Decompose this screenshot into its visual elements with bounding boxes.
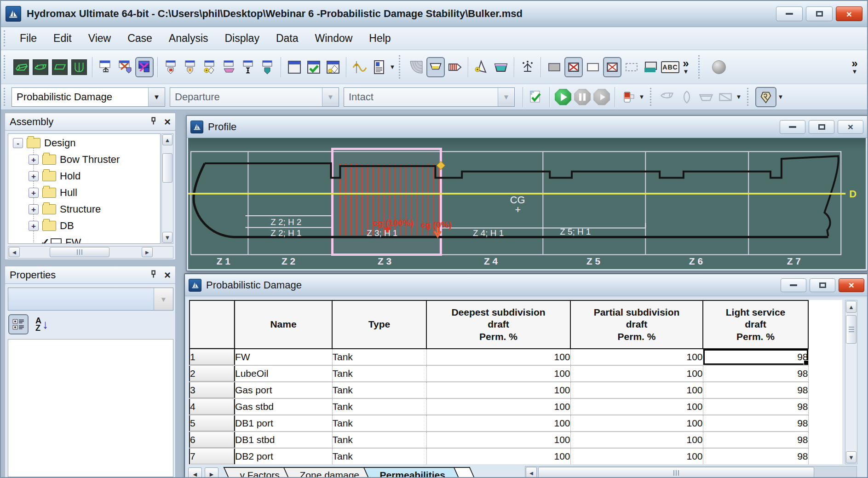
loadcase-flask-icon[interactable] — [181, 57, 200, 77]
tree-item-hull[interactable]: + Hull — [29, 184, 77, 201]
damage-close-button[interactable]: × — [839, 278, 864, 292]
dashed-selection-icon[interactable] — [622, 57, 641, 77]
tab-permeabilities[interactable]: Permeabilities — [363, 467, 461, 478]
assembly-hscrollbar[interactable]: ◄ ► — [8, 246, 173, 259]
scroll-thumb[interactable] — [162, 153, 172, 183]
table-vscrollbar[interactable]: ▲ ▼ — [845, 300, 857, 464]
menu-window[interactable]: Window — [307, 29, 361, 47]
profile-restore-button[interactable] — [809, 120, 834, 134]
minimize-button[interactable] — [776, 6, 803, 21]
window-cross-shield-icon[interactable] — [116, 57, 134, 77]
alphabetical-sort-icon[interactable]: AZ ↓ — [35, 317, 48, 332]
col-header-name[interactable]: Name — [235, 300, 332, 349]
view-plan-icon[interactable] — [51, 57, 69, 77]
blank-window-icon[interactable] — [285, 57, 304, 77]
expand-icon[interactable]: + — [29, 204, 39, 214]
loadcase-tank-icon[interactable] — [220, 57, 238, 77]
damage-restore-button[interactable] — [810, 278, 835, 292]
damage-minimize-button[interactable] — [781, 278, 806, 292]
loadcase-combo[interactable]: Departure ▼ — [170, 87, 339, 107]
view-profile-icon[interactable] — [31, 57, 50, 77]
maximize-button[interactable] — [806, 6, 833, 21]
scroll-up-icon[interactable]: ▲ — [162, 134, 172, 145]
checkmark-icon[interactable]: ✓ — [40, 236, 50, 244]
tree-item-structure[interactable]: + Structure — [29, 201, 101, 218]
toolbar-overflow-icon[interactable]: » — [849, 59, 861, 68]
outline-box-icon[interactable] — [584, 57, 602, 77]
selected-cell[interactable]: 98 — [703, 349, 808, 365]
combo-arrow-icon[interactable]: ▼ — [322, 88, 339, 106]
loadcase-hourglass-icon[interactable] — [239, 57, 258, 77]
pause-analysis-icon[interactable] — [573, 87, 592, 107]
properties-grid[interactable] — [8, 339, 173, 477]
menu-edit[interactable]: Edit — [45, 29, 80, 47]
reportlog-dropdown-caret[interactable]: ▼ — [777, 93, 784, 100]
toolbar-grabber[interactable] — [698, 55, 702, 79]
col-header-type[interactable]: Type — [332, 300, 426, 349]
corner-header[interactable] — [190, 300, 235, 349]
no-outline-icon[interactable] — [603, 57, 621, 77]
scroll-thumb[interactable] — [846, 315, 857, 344]
main-titlebar[interactable]: Hydromax Ultimate 64-bit - C:\Users\phil… — [1, 1, 867, 27]
scroll-thumb[interactable] — [50, 247, 109, 257]
hull-view-2-icon[interactable] — [678, 87, 696, 107]
profile-close-button[interactable]: × — [838, 120, 863, 134]
report-log-icon[interactable] — [755, 87, 776, 107]
surface-shell-icon[interactable] — [407, 57, 425, 77]
col-header-deepest[interactable]: Deepest subdivision draft Perm. % — [426, 300, 570, 349]
tree-item-design[interactable]: - Design — [13, 135, 75, 151]
tree-item-hold[interactable]: + Hold — [29, 168, 80, 184]
profile-titlebar[interactable]: Profile × — [187, 116, 867, 138]
tank-calibration-icon[interactable] — [492, 57, 510, 77]
condition-combo[interactable]: Intact ▼ — [344, 87, 515, 107]
criteria-scale-icon[interactable] — [518, 57, 537, 77]
row-number[interactable]: 2 — [190, 365, 235, 382]
categorized-view-icon[interactable] — [8, 314, 29, 334]
expand-icon[interactable]: + — [29, 221, 39, 231]
damage-dropdown-caret[interactable]: ▼ — [638, 93, 645, 100]
damage-titlebar[interactable]: Probabilistic Damage × — [185, 274, 868, 296]
col-header-partial[interactable]: Partial subdivision draft Perm. % — [570, 300, 703, 349]
loadcase-red-icon[interactable] — [162, 57, 180, 77]
permeability-grid[interactable]: Name Type Deepest subdivision draft Perm… — [189, 300, 809, 465]
properties-panel-header[interactable]: Properties × — [5, 266, 175, 284]
hullview-dropdown-caret[interactable]: ▼ — [735, 93, 742, 100]
toolbar-grabber[interactable] — [4, 30, 8, 46]
toolbar-grabber[interactable] — [650, 88, 654, 106]
scroll-up-icon[interactable]: ▲ — [846, 301, 857, 313]
combo-arrow-icon[interactable]: ▼ — [148, 88, 165, 106]
toolbar-grabber[interactable] — [4, 55, 8, 79]
scroll-down-icon[interactable]: ▼ — [846, 451, 857, 463]
tree-item-bow-thruster[interactable]: + Bow Thruster — [29, 151, 120, 168]
table-row[interactable]: 4 Gas stbd Tank 100 100 98 — [190, 398, 808, 415]
hull-view-1-icon[interactable] — [658, 87, 677, 107]
toolbar-grabber[interactable] — [399, 55, 403, 79]
tree-item-db[interactable]: + DB — [29, 218, 74, 234]
table-row[interactable]: 6 DB1 stbd Tank 100 100 98 — [190, 432, 808, 448]
loadcase-add-droplet-icon[interactable] — [201, 57, 219, 77]
window-check-icon[interactable] — [305, 57, 323, 77]
labels-abc-icon[interactable]: ABC — [661, 57, 679, 77]
expand-icon[interactable]: + — [29, 155, 39, 165]
report-dropdown-caret[interactable]: ▼ — [389, 63, 396, 70]
close-panel-icon[interactable]: × — [164, 116, 171, 127]
menu-data[interactable]: Data — [268, 29, 307, 47]
assembly-vscrollbar[interactable]: ▲ ▼ — [161, 133, 173, 244]
wave-analysis-icon[interactable] — [351, 57, 369, 77]
close-panel-icon[interactable]: × — [164, 270, 171, 281]
striped-cone-icon[interactable] — [446, 57, 464, 77]
tab-scroll-right-icon[interactable]: ► — [205, 467, 218, 478]
hull-view-4-icon[interactable] — [716, 87, 735, 107]
row-number[interactable]: 3 — [190, 382, 235, 398]
scroll-left-icon[interactable]: ◄ — [9, 247, 20, 257]
window-scale-icon[interactable] — [97, 57, 115, 77]
toolbar-overflow-caret[interactable]: ▼ — [851, 68, 858, 75]
scroll-thumb[interactable] — [538, 467, 814, 478]
menu-help[interactable]: Help — [361, 29, 399, 47]
table-row[interactable]: 5 DB1 port Tank 100 100 98 — [190, 415, 808, 432]
profile-canvas[interactable]: D cg (100%) cg (0%) CG + Z 2; H 2 Z 2; H… — [188, 138, 866, 269]
row-number[interactable]: 7 — [190, 448, 235, 465]
toolbar-grabber[interactable] — [4, 88, 8, 106]
expand-icon[interactable]: + — [29, 171, 39, 181]
table-row[interactable]: 1 FW Tank 100 100 98 — [190, 349, 808, 365]
